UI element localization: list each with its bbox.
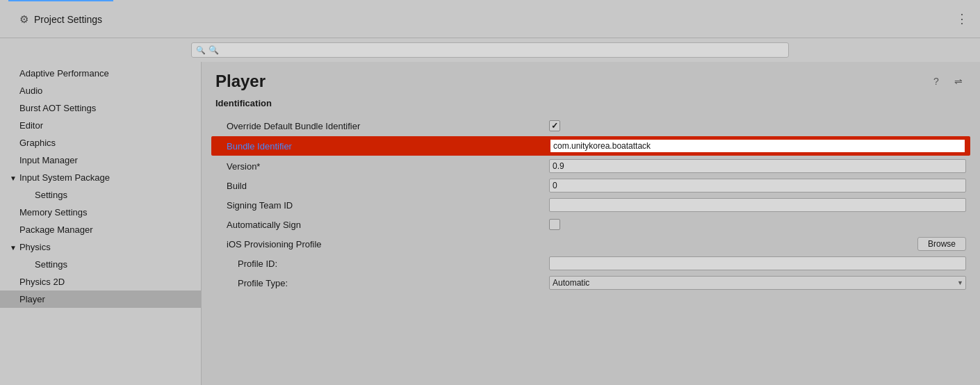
search-icon: 🔍 xyxy=(196,46,206,55)
form-row-bundle-identifier: Bundle Identifier xyxy=(211,136,970,156)
gear-icon: ⚙ xyxy=(19,13,28,26)
form-row-signing-team-id: Signing Team ID xyxy=(215,196,966,214)
checkbox-override-bundle[interactable] xyxy=(549,120,560,131)
form-row-auto-sign: Automatically Sign xyxy=(215,215,966,234)
content-area: Player ? ⇌ Identification Override Defau… xyxy=(202,62,980,385)
value-profile-type: Automatic Development Distribution ▼ xyxy=(549,276,966,290)
form-row-build: Build xyxy=(215,177,966,195)
label-version: Version* xyxy=(215,161,549,172)
select-profile-type[interactable]: Automatic Development Distribution xyxy=(549,276,966,290)
window-title: Project Settings xyxy=(34,14,102,25)
sidebar-item-adaptive-performance[interactable]: Adaptive Performance xyxy=(0,65,201,82)
layout-icon[interactable]: ⇌ xyxy=(951,74,966,89)
label-ios-provisioning: iOS Provisioning Profile xyxy=(215,239,549,249)
title-bar-menu-icon[interactable]: ⋮ xyxy=(956,11,969,26)
input-build[interactable] xyxy=(549,179,966,192)
sidebar: Adaptive Performance Audio Burst AOT Set… xyxy=(0,62,202,385)
form-row-ios-provisioning: iOS Provisioning Profile Browse xyxy=(215,235,966,253)
sidebar-item-package-manager[interactable]: Package Manager xyxy=(0,221,201,238)
input-signing-team-id[interactable] xyxy=(549,198,966,212)
sidebar-item-input-manager[interactable]: Input Manager xyxy=(0,151,201,169)
value-auto-sign xyxy=(549,219,966,230)
label-build: Build xyxy=(215,181,549,191)
search-input[interactable] xyxy=(209,45,784,55)
arrow-icon: ▼ xyxy=(10,174,17,182)
form-content: Identification Override Default Bundle I… xyxy=(202,98,980,307)
label-bundle-identifier: Bundle Identifier xyxy=(215,141,549,151)
sidebar-item-player[interactable]: Player xyxy=(0,290,201,308)
sidebar-item-physics-settings[interactable]: Settings xyxy=(0,256,201,273)
sidebar-item-memory-settings[interactable]: Memory Settings xyxy=(0,204,201,221)
sidebar-item-physics[interactable]: ▼Physics xyxy=(0,238,201,256)
sidebar-item-burst-aot[interactable]: Burst AOT Settings xyxy=(0,99,201,117)
value-ios-provisioning: Browse xyxy=(549,237,966,251)
label-profile-type: Profile Type: xyxy=(215,278,549,288)
browse-button[interactable]: Browse xyxy=(917,237,966,251)
value-bundle-identifier xyxy=(549,138,966,154)
label-auto-sign: Automatically Sign xyxy=(215,220,549,230)
sidebar-item-audio[interactable]: Audio xyxy=(0,82,201,99)
sidebar-item-input-system-package[interactable]: ▼Input System Package xyxy=(0,169,201,186)
search-wrapper: 🔍 xyxy=(191,42,789,58)
section-identification-title: Identification xyxy=(215,98,966,111)
value-signing-team-id xyxy=(549,198,966,212)
title-bar-tab[interactable]: ⚙ Project Settings xyxy=(8,0,113,38)
search-bar-row: 🔍 xyxy=(0,38,980,62)
label-signing-team-id: Signing Team ID xyxy=(215,200,549,211)
input-bundle-identifier[interactable] xyxy=(549,138,966,154)
value-version xyxy=(549,159,966,173)
input-version[interactable] xyxy=(549,159,966,173)
value-override-bundle xyxy=(549,120,966,131)
title-bar: ⚙ Project Settings ⋮ xyxy=(0,0,980,38)
form-row-override-bundle: Override Default Bundle Identifier xyxy=(215,117,966,135)
page-title: Player xyxy=(215,72,266,91)
checkbox-auto-sign[interactable] xyxy=(549,219,560,230)
sidebar-item-editor[interactable]: Editor xyxy=(0,117,201,134)
arrow-icon-physics: ▼ xyxy=(10,244,17,252)
sidebar-item-physics-2d[interactable]: Physics 2D xyxy=(0,273,201,290)
label-override-bundle: Override Default Bundle Identifier xyxy=(215,121,549,131)
sidebar-item-input-system-settings[interactable]: Settings xyxy=(0,186,201,204)
help-icon[interactable]: ? xyxy=(929,74,944,89)
content-header: Player ? ⇌ xyxy=(202,62,980,98)
label-profile-id: Profile ID: xyxy=(215,259,549,269)
value-profile-id xyxy=(549,256,966,270)
sidebar-item-graphics[interactable]: Graphics xyxy=(0,134,201,151)
value-build xyxy=(549,179,966,192)
form-row-profile-type: Profile Type: Automatic Development Dist… xyxy=(215,274,966,292)
form-row-profile-id: Profile ID: xyxy=(215,254,966,272)
main-layout: Adaptive Performance Audio Burst AOT Set… xyxy=(0,62,980,385)
header-icons: ? ⇌ xyxy=(929,74,966,89)
input-profile-id[interactable] xyxy=(549,256,966,270)
form-row-version: Version* xyxy=(215,157,966,175)
